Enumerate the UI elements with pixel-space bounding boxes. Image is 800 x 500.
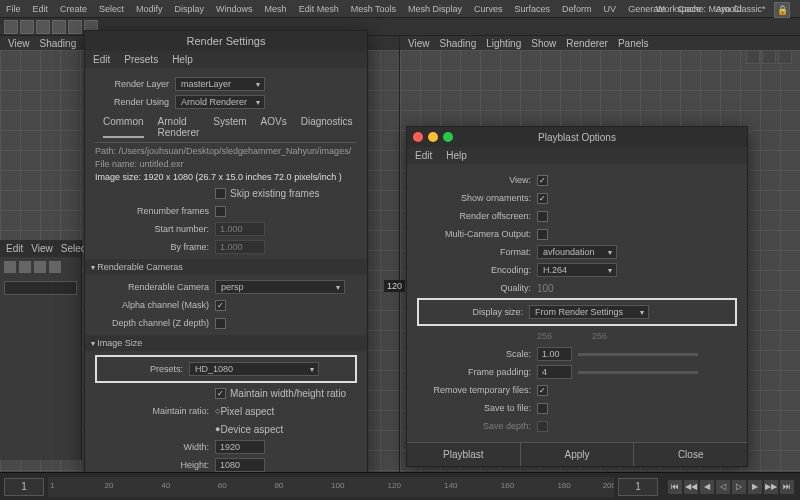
pixel-aspect-radio-label[interactable]: Pixel aspect xyxy=(220,406,274,417)
tab-system[interactable]: System xyxy=(213,116,246,138)
shelf-icon[interactable] xyxy=(4,20,18,34)
section-image-size[interactable]: Image Size xyxy=(85,335,367,351)
tool-icon[interactable] xyxy=(49,261,61,273)
shelf-icon[interactable] xyxy=(52,20,66,34)
close-icon[interactable] xyxy=(413,132,423,142)
presets-dropdown[interactable]: HD_1080 xyxy=(189,362,319,376)
menu-display[interactable]: Display xyxy=(175,4,205,14)
vp-tool-icon[interactable] xyxy=(762,50,776,64)
section-cameras[interactable]: Renderable Cameras xyxy=(85,259,367,275)
menu-uv[interactable]: UV xyxy=(604,4,617,14)
vp-tool-icon[interactable] xyxy=(746,50,760,64)
start-frame-input[interactable]: 1 xyxy=(4,478,44,496)
dlg-menu-edit[interactable]: Edit xyxy=(415,150,432,161)
step-back-icon[interactable]: ◀◀ xyxy=(684,480,698,494)
view-checkbox[interactable] xyxy=(537,175,548,186)
render-using-dropdown[interactable]: Arnold Renderer xyxy=(175,95,265,109)
remove-tmp-checkbox[interactable] xyxy=(537,385,548,396)
height-input[interactable]: 1080 xyxy=(215,458,265,472)
workspace-selector[interactable]: Workspace : Maya Classic* 🔒 xyxy=(656,2,790,18)
sidebar-menu-view[interactable]: View xyxy=(31,243,53,254)
tick: 180 xyxy=(557,481,570,490)
step-forward-icon[interactable]: ▶▶ xyxy=(764,480,778,494)
depth-checkbox[interactable] xyxy=(215,318,226,329)
tool-icon[interactable] xyxy=(34,261,46,273)
renumber-checkbox[interactable] xyxy=(215,206,226,217)
menu-edit[interactable]: Edit xyxy=(33,4,49,14)
tab-arnold[interactable]: Arnold Renderer xyxy=(158,116,200,138)
vp-menu-view[interactable]: View xyxy=(408,38,430,49)
tab-aovs[interactable]: AOVs xyxy=(261,116,287,138)
time-slider[interactable]: 1 20 40 60 80 100 120 140 160 180 200 xyxy=(48,477,614,497)
play-forward-icon[interactable]: ▷ xyxy=(732,480,746,494)
minimize-icon[interactable] xyxy=(428,132,438,142)
scale-slider[interactable] xyxy=(578,353,698,356)
go-to-end-icon[interactable]: ⏭ xyxy=(780,480,794,494)
dlg-menu-help[interactable]: Help xyxy=(446,150,467,161)
render-layer-dropdown[interactable]: masterLayer xyxy=(175,77,265,91)
dlg-menu-edit[interactable]: Edit xyxy=(93,54,110,65)
tab-diagnostics[interactable]: Diagnostics xyxy=(301,116,353,138)
vp-menu-view[interactable]: View xyxy=(8,38,30,49)
tab-common[interactable]: Common xyxy=(103,116,144,138)
width-input[interactable]: 1920 xyxy=(215,440,265,454)
lock-icon[interactable]: 🔒 xyxy=(774,2,790,18)
tool-icon[interactable] xyxy=(19,261,31,273)
remove-tmp-label: Remove temporary files: xyxy=(417,385,537,395)
dialog-menubar: Edit Presets Help xyxy=(85,51,367,68)
menu-file[interactable]: File xyxy=(6,4,21,14)
go-to-start-icon[interactable]: ⏮ xyxy=(668,480,682,494)
sidebar-menu-edit[interactable]: Edit xyxy=(6,243,23,254)
vp-menu-panels[interactable]: Panels xyxy=(618,38,649,49)
padding-slider[interactable] xyxy=(578,371,698,374)
end-frame-input[interactable]: 1 xyxy=(618,478,658,496)
menu-curves[interactable]: Curves xyxy=(474,4,503,14)
shelf-icon[interactable] xyxy=(68,20,82,34)
menu-create[interactable]: Create xyxy=(60,4,87,14)
padding-label: Frame padding: xyxy=(417,367,537,377)
menu-edit-mesh[interactable]: Edit Mesh xyxy=(299,4,339,14)
vp-menu-show[interactable]: Show xyxy=(531,38,556,49)
save-file-checkbox[interactable] xyxy=(537,403,548,414)
vp-tool-icon[interactable] xyxy=(778,50,792,64)
playblast-button[interactable]: Playblast xyxy=(407,443,521,466)
vp-menu-shading[interactable]: Shading xyxy=(40,38,77,49)
encoding-dropdown[interactable]: H.264 xyxy=(537,263,617,277)
prev-frame-icon[interactable]: ◀ xyxy=(700,480,714,494)
shelf-icon[interactable] xyxy=(36,20,50,34)
apply-button[interactable]: Apply xyxy=(521,443,635,466)
vp-menu-lighting[interactable]: Lighting xyxy=(486,38,521,49)
tool-icon[interactable] xyxy=(4,261,16,273)
dlg-menu-presets[interactable]: Presets xyxy=(124,54,158,65)
menu-select[interactable]: Select xyxy=(99,4,124,14)
menu-mesh-display[interactable]: Mesh Display xyxy=(408,4,462,14)
close-button[interactable]: Close xyxy=(634,443,747,466)
maximize-icon[interactable] xyxy=(443,132,453,142)
vp-menu-shading[interactable]: Shading xyxy=(440,38,477,49)
renderable-camera-dropdown[interactable]: persp xyxy=(215,280,345,294)
padding-input[interactable]: 4 xyxy=(537,365,572,379)
shelf-icon[interactable] xyxy=(20,20,34,34)
display-size-dropdown[interactable]: From Render Settings xyxy=(529,305,649,319)
skip-existing-checkbox[interactable] xyxy=(215,188,226,199)
scale-input[interactable]: 1.00 xyxy=(537,347,572,361)
menu-mesh[interactable]: Mesh xyxy=(265,4,287,14)
multicam-checkbox[interactable] xyxy=(537,229,548,240)
ornaments-checkbox[interactable] xyxy=(537,193,548,204)
next-frame-icon[interactable]: ▶ xyxy=(748,480,762,494)
vp-menu-renderer[interactable]: Renderer xyxy=(566,38,608,49)
menu-modify[interactable]: Modify xyxy=(136,4,163,14)
search-input[interactable] xyxy=(4,281,77,295)
offscreen-checkbox[interactable] xyxy=(537,211,548,222)
device-aspect-radio-label[interactable]: Device aspect xyxy=(220,424,283,435)
dlg-menu-help[interactable]: Help xyxy=(172,54,193,65)
menu-deform[interactable]: Deform xyxy=(562,4,592,14)
menu-mesh-tools[interactable]: Mesh Tools xyxy=(351,4,396,14)
format-dropdown[interactable]: avfoundation xyxy=(537,245,617,259)
menu-windows[interactable]: Windows xyxy=(216,4,253,14)
menu-surfaces[interactable]: Surfaces xyxy=(515,4,551,14)
alpha-checkbox[interactable] xyxy=(215,300,226,311)
maintain-wh-checkbox[interactable] xyxy=(215,388,226,399)
play-back-icon[interactable]: ◁ xyxy=(716,480,730,494)
tick: 100 xyxy=(331,481,344,490)
